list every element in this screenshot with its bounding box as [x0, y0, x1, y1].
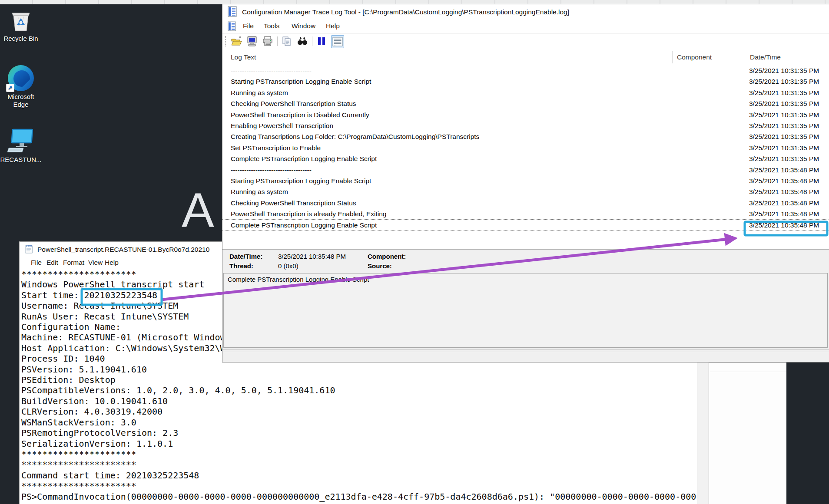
print-button[interactable] — [262, 35, 274, 47]
detail-view-icon — [332, 36, 343, 47]
log-list: ------------------------------------3/25… — [222, 65, 829, 231]
log-row[interactable]: Creating Transcriptions Log Folder: C:\P… — [222, 131, 829, 142]
menu-file[interactable]: File — [243, 22, 254, 30]
desktop-icon-label: Recycle Bin — [0, 35, 42, 43]
detail-datetime-value: 3/25/2021 10:35:48 PM — [278, 253, 346, 260]
desktop-icon-label: Microsoft Edge — [0, 93, 42, 109]
toolbar-separator — [277, 36, 278, 46]
log-row[interactable]: Set PSTranscription to Enable3/25/2021 1… — [222, 142, 829, 153]
log-row[interactable]: Checking PowerShell Transcription Status… — [222, 98, 829, 109]
binoculars-icon — [297, 36, 308, 47]
shortcut-arrow-icon: ↗ — [6, 84, 14, 92]
background-window — [708, 362, 786, 504]
cmtrace-titlebar: Configuration Manager Trace Log Tool - [… — [222, 4, 829, 20]
cmtrace-toolbar — [222, 33, 829, 50]
log-text-cell: PowerShell Transcription is Disabled Cur… — [231, 109, 369, 120]
edge-icon: ↗ — [8, 65, 34, 91]
cmtrace-app-icon — [228, 6, 237, 19]
log-row[interactable]: ------------------------------------3/25… — [222, 65, 829, 76]
log-text-cell: Running as system — [231, 186, 288, 197]
datetime-cell: 3/25/2021 10:31:35 PM — [749, 142, 819, 153]
datetime-cell: 3/25/2021 10:35:48 PM — [749, 165, 819, 175]
open-log-button[interactable] — [230, 35, 242, 47]
copy-icon — [281, 36, 292, 47]
menu-window[interactable]: Window — [292, 22, 315, 30]
datetime-cell: 3/25/2021 10:31:35 PM — [749, 87, 819, 98]
log-row-selected[interactable]: Complete PSTranscription Logging Enable … — [222, 219, 829, 230]
detail-message: Complete PSTranscription Logging Enable … — [228, 276, 369, 283]
datetime-cell: 3/25/2021 10:31:35 PM — [749, 109, 819, 120]
menu-edit[interactable]: Edit — [46, 259, 58, 267]
column-header-component[interactable]: Component — [677, 53, 712, 61]
log-text-cell: Starting PSTranscription Logging Enable … — [231, 76, 371, 87]
column-header-datetime[interactable]: Date/Time — [750, 53, 781, 61]
log-row[interactable]: Checking PowerShell Transcription Status… — [222, 198, 829, 208]
log-row[interactable]: Starting PSTranscription Logging Enable … — [222, 76, 829, 87]
child-window-icon[interactable] — [228, 21, 236, 33]
datetime-cell: 3/25/2021 10:31:35 PM — [749, 153, 819, 164]
pause-button[interactable] — [315, 35, 328, 47]
datetime-cell: 3/25/2021 10:35:48 PM — [749, 175, 819, 186]
log-text-cell: Running as system — [231, 87, 288, 98]
datetime-cell: 3/25/2021 10:35:48 PM — [749, 198, 819, 208]
detail-thread-label: Thread: — [229, 262, 253, 270]
recycle-bin-icon — [8, 8, 33, 35]
datetime-cell: 3/25/2021 10:35:48 PM — [749, 220, 819, 231]
detail-datetime-label: Date/Time: — [229, 253, 262, 260]
datetime-cell: 3/25/2021 10:35:48 PM — [749, 208, 819, 219]
menu-file[interactable]: File — [31, 259, 42, 267]
log-text-cell: Complete PSTranscription Logging Enable … — [231, 153, 377, 164]
detail-source-label: Source: — [368, 262, 392, 270]
divider — [708, 372, 786, 372]
menu-tools[interactable]: Tools — [264, 22, 279, 30]
menu-help[interactable]: Help — [105, 259, 119, 267]
desktop-icon-recycle-bin[interactable]: Recycle Bin — [0, 8, 42, 43]
open-folder-icon — [231, 36, 242, 46]
open-remote-computer-button[interactable] — [246, 35, 258, 47]
toolbar-grip[interactable] — [225, 36, 226, 46]
log-text-cell: Starting PSTranscription Logging Enable … — [231, 175, 371, 186]
log-row[interactable]: PowerShell Transcription is already Enab… — [222, 208, 829, 219]
log-text-cell: Checking PowerShell Transcription Status — [231, 98, 356, 109]
log-list-header: Log Text Component Date/Time — [222, 50, 829, 65]
desktop-wallpaper-letter: A — [182, 186, 214, 234]
datetime-cell: 3/25/2021 10:35:48 PM — [749, 186, 819, 197]
datetime-cell: 3/25/2021 10:31:35 PM — [749, 76, 819, 87]
log-text-cell: ------------------------------------ — [231, 65, 312, 76]
datetime-cell: 3/25/2021 10:31:35 PM — [749, 65, 819, 76]
column-divider[interactable] — [745, 51, 745, 63]
notepad-title: PowerShell_transcript.RECASTUNE-01.BycR0… — [37, 246, 209, 254]
log-text-cell: ------------------------------------ — [231, 165, 312, 175]
log-row[interactable]: Running as system3/25/2021 10:31:35 PM — [222, 87, 829, 98]
log-row[interactable]: PowerShell Transcription is Disabled Cur… — [222, 109, 829, 120]
cmtrace-window: Configuration Manager Trace Log Tool - [… — [222, 4, 829, 362]
desktop-icon-label: RECASTUN... — [0, 156, 42, 164]
log-row[interactable]: ------------------------------------3/25… — [222, 165, 829, 175]
desktop-icon-recastune[interactable]: RECASTUN... — [0, 128, 42, 164]
log-text-cell: Checking PowerShell Transcription Status — [231, 198, 356, 208]
log-detail-panel: Date/Time: 3/25/2021 10:35:48 PM Compone… — [222, 249, 829, 362]
datetime-cell: 3/25/2021 10:31:35 PM — [749, 131, 819, 142]
column-divider[interactable] — [672, 51, 673, 63]
log-text-cell: PowerShell Transcription is already Enab… — [231, 208, 386, 219]
log-row[interactable]: Running as system3/25/2021 10:35:48 PM — [222, 186, 829, 197]
cmtrace-menubar: File Tools Window Help — [222, 20, 829, 33]
log-row[interactable]: Complete PSTranscription Logging Enable … — [222, 153, 829, 164]
log-row[interactable]: Starting PSTranscription Logging Enable … — [222, 175, 829, 186]
log-text-cell: Enabling PowerShell Transcription — [231, 120, 333, 131]
copy-button[interactable] — [281, 35, 293, 47]
menu-view[interactable]: View — [88, 259, 103, 267]
detail-message-box[interactable]: Complete PSTranscription Logging Enable … — [223, 273, 828, 348]
menu-format[interactable]: Format — [63, 259, 84, 267]
column-header-log-text[interactable]: Log Text — [231, 53, 256, 61]
log-row[interactable]: Enabling PowerShell Transcription3/25/20… — [222, 120, 829, 131]
detail-component-label: Component: — [368, 253, 406, 260]
desktop-icon-microsoft-edge[interactable]: ↗ Microsoft Edge — [0, 65, 42, 109]
pause-icon — [317, 36, 326, 46]
background-window-edge — [0, 0, 829, 4]
detail-view-toggle[interactable] — [331, 35, 344, 48]
find-button[interactable] — [296, 35, 308, 47]
menu-help[interactable]: Help — [326, 22, 340, 30]
toolbar-separator — [312, 36, 312, 46]
computer-icon — [7, 128, 34, 156]
